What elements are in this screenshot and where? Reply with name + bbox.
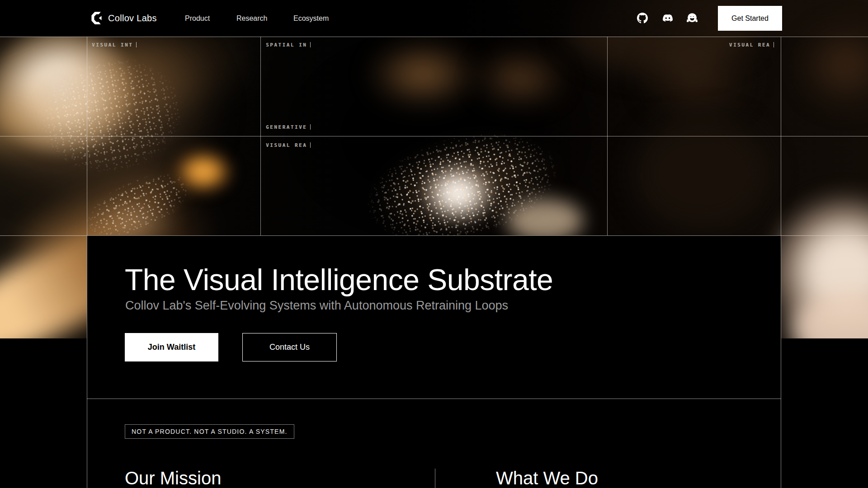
collage-label-visual-rea: VISUAL REA	[266, 142, 311, 148]
hero-separator-line	[87, 399, 781, 399]
grid-line-vertical-right	[781, 37, 781, 488]
contact-us-button[interactable]: Contact Us	[242, 333, 337, 361]
grid-line-horizontal-top	[0, 37, 868, 37]
collov-labs-landing-page: VISUAL INT SPATIAL IN GENERATIVE VISUAL …	[0, 0, 868, 488]
collage-label-visual-rea-right: VISUAL REA	[729, 42, 774, 48]
section-divider-line	[435, 469, 435, 488]
brand-logo[interactable]: Collov Labs	[90, 11, 157, 25]
manifesto-badge: NOT A PRODUCT. NOT A STUDIO. A SYSTEM.	[125, 424, 294, 439]
grid-line-vertical-col2	[260, 37, 261, 235]
discord-icon[interactable]	[662, 14, 674, 23]
navbar: Collov Labs Product Research Ecosystem G…	[0, 0, 868, 37]
what-we-do-heading: What We Do	[496, 469, 598, 487]
collov-labs-logo-icon	[90, 11, 104, 25]
grid-line-horizontal-middle	[0, 136, 868, 136]
hero-subtitle: Collov Lab's Self-Evolving Systems with …	[125, 299, 508, 313]
our-mission-heading: Our Mission	[125, 469, 221, 487]
label-cursor	[136, 42, 137, 47]
grid-line-horizontal-bottom	[0, 235, 868, 236]
nav-link-research[interactable]: Research	[236, 0, 267, 37]
collage-label-generative: GENERATIVE	[266, 124, 311, 130]
nav-link-ecosystem[interactable]: Ecosystem	[293, 0, 329, 37]
grid-line-vertical-col3	[607, 37, 608, 235]
label-cursor	[774, 42, 774, 47]
github-icon[interactable]	[637, 13, 648, 23]
nav-link-product[interactable]: Product	[185, 0, 210, 37]
huggingface-icon[interactable]	[686, 12, 698, 24]
join-waitlist-button[interactable]: Join Waitlist	[125, 333, 218, 361]
collage-label-visual-int: VISUAL INT	[92, 42, 137, 48]
brand-name: Collov Labs	[108, 13, 157, 23]
right-column-dark	[633, 117, 769, 230]
collage-label-spatial-in: SPATIAL IN	[266, 42, 311, 48]
grid-line-vertical-left	[87, 37, 87, 488]
label-cursor	[310, 124, 311, 130]
get-started-button[interactable]: Get Started	[718, 6, 782, 31]
hero-title: The Visual Intelligence Substrate	[125, 265, 553, 295]
label-cursor	[310, 42, 311, 47]
label-cursor	[310, 142, 311, 148]
